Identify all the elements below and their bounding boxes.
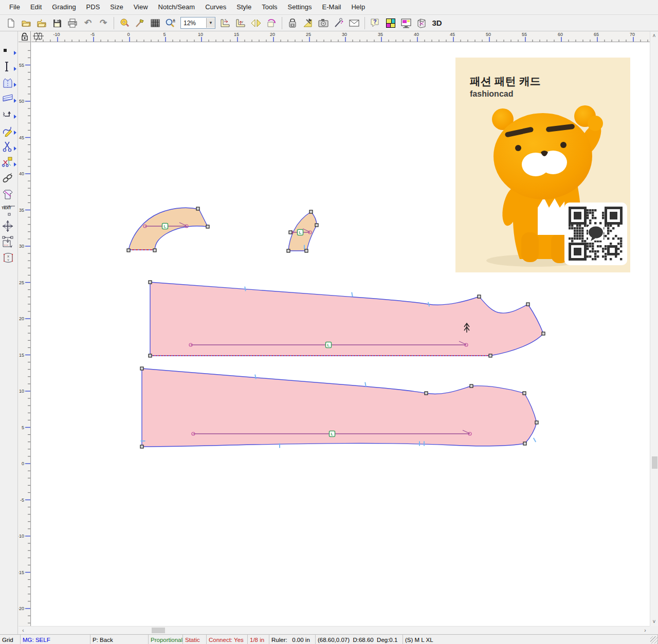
tape-measure-button[interactable] xyxy=(117,15,132,30)
zoom-tool-button[interactable]: ± xyxy=(163,15,178,30)
piece-handle[interactable] xyxy=(149,281,152,284)
cut-piece-tool[interactable] xyxy=(0,154,17,170)
piece-handle[interactable] xyxy=(149,354,152,357)
menu-notch-seam[interactable]: Notch/Seam xyxy=(153,0,200,14)
piece-handle[interactable] xyxy=(470,384,473,388)
piece-handle[interactable] xyxy=(287,249,290,252)
snapshot-camera-button[interactable] xyxy=(316,15,331,30)
measure-width-tool[interactable] xyxy=(0,234,17,250)
scissors-tool[interactable] xyxy=(0,138,17,154)
help-button[interactable]: ? xyxy=(368,15,383,30)
piece-handle[interactable] xyxy=(289,231,292,234)
corner-tool[interactable] xyxy=(0,106,17,122)
menu-edit[interactable]: Edit xyxy=(25,0,47,14)
svg-text:70: 70 xyxy=(630,32,635,37)
table-grid-icon xyxy=(150,18,160,28)
walk-piece-button[interactable] xyxy=(414,15,429,30)
open-file-button[interactable] xyxy=(19,15,34,30)
menu-e-mail[interactable]: E-Mail xyxy=(317,0,346,14)
xy-box-tool[interactable]: XY xyxy=(0,250,17,266)
email-button[interactable] xyxy=(346,15,362,30)
piece-handle[interactable] xyxy=(489,354,492,357)
scroll-up-arrow[interactable]: ˄ xyxy=(650,32,658,40)
piece-handle[interactable] xyxy=(526,303,529,306)
redo-button[interactable]: ↷ xyxy=(96,15,111,30)
piece-handle[interactable] xyxy=(425,392,428,395)
scroll-left-arrow[interactable]: ‹ xyxy=(20,627,27,634)
svg-text:5: 5 xyxy=(163,32,166,37)
piece-handle[interactable] xyxy=(140,445,143,448)
pattern-piece-tool[interactable] xyxy=(0,75,17,90)
svg-text:45: 45 xyxy=(19,135,24,140)
menu-pds[interactable]: PDS xyxy=(81,0,105,14)
pattern-piece-waistband-right[interactable]: L xyxy=(287,210,318,252)
piece-handle[interactable] xyxy=(523,442,526,445)
piece-outline[interactable] xyxy=(129,208,208,250)
menu-style[interactable]: Style xyxy=(231,0,257,14)
menu-file[interactable]: File xyxy=(4,0,25,14)
piece-handle[interactable] xyxy=(523,392,526,395)
grade-lock-button[interactable] xyxy=(285,15,300,30)
scroll-down-arrow[interactable]: ˅ xyxy=(650,618,658,625)
piece-outline[interactable] xyxy=(142,369,537,447)
menu-settings[interactable]: Settings xyxy=(283,0,317,14)
menu-size[interactable]: Size xyxy=(105,0,128,14)
menu-view[interactable]: View xyxy=(129,0,153,14)
piece-handle[interactable] xyxy=(535,421,538,424)
flyout-arrow-icon xyxy=(14,146,16,151)
new-document-button[interactable] xyxy=(3,15,19,30)
menu-curves[interactable]: Curves xyxy=(200,0,231,14)
scroll-right-arrow[interactable]: › xyxy=(642,627,649,634)
zoom-level-combobox[interactable]: 12% ▼ xyxy=(180,17,215,29)
piece-handle[interactable] xyxy=(206,225,209,228)
vertical-scroll-thumb[interactable] xyxy=(652,456,657,469)
menu-grading[interactable]: Grading xyxy=(47,0,81,14)
horizontal-scrollbar[interactable]: ‹ › xyxy=(19,626,650,634)
screen-preview-button[interactable] xyxy=(398,15,414,30)
piece-handle[interactable] xyxy=(153,249,156,252)
page-setup-icon[interactable] xyxy=(32,32,45,41)
rotate-piece-button[interactable] xyxy=(264,15,279,30)
piece-handle[interactable] xyxy=(140,367,143,370)
pattern-piece-pant-back[interactable]: L xyxy=(140,367,538,448)
import-pattern-button[interactable] xyxy=(34,15,49,30)
point-select-tool[interactable] xyxy=(0,43,17,59)
grade-table-button[interactable] xyxy=(148,15,163,30)
mirror-button[interactable] xyxy=(248,15,264,30)
pattern-piece-waistband-left[interactable]: L xyxy=(127,207,209,252)
move-tool[interactable] xyxy=(0,218,17,234)
3d-view-button[interactable]: 3D xyxy=(429,15,445,30)
point-select-icon xyxy=(2,45,13,57)
pick-tool-button[interactable] xyxy=(331,15,346,30)
piece-handle[interactable] xyxy=(127,249,130,252)
pattern-piece-pant-front[interactable]: L xyxy=(149,281,545,357)
draw-curve-tool[interactable] xyxy=(0,122,17,138)
piece-handle[interactable] xyxy=(196,207,199,210)
menu-tools[interactable]: Tools xyxy=(257,0,282,14)
layout-windows-button[interactable] xyxy=(383,15,398,30)
piece-handle[interactable] xyxy=(315,224,318,227)
text-tool[interactable]: TEXT xyxy=(0,202,17,218)
resize-grip[interactable] xyxy=(650,636,657,643)
undo-button[interactable]: ↶ xyxy=(80,15,96,30)
adjust-hammer-button[interactable] xyxy=(132,15,148,30)
menu-help[interactable]: Help xyxy=(346,0,370,14)
join-links-tool[interactable] xyxy=(0,170,17,186)
piece-handle[interactable] xyxy=(542,332,545,335)
pattern-canvas[interactable]: LLLL 패션 패턴 캐드 fashioncad xyxy=(31,42,650,626)
piece-handle[interactable] xyxy=(478,295,481,298)
piece-handle[interactable] xyxy=(309,210,313,213)
line-tool[interactable] xyxy=(0,59,17,75)
zoom-dropdown-button[interactable]: ▼ xyxy=(206,18,215,28)
vertical-scrollbar[interactable]: ˄ ˅ xyxy=(650,31,658,626)
scrollbar-corner xyxy=(650,626,658,634)
save-button[interactable] xyxy=(49,15,65,30)
align-x-button[interactable]: x xyxy=(217,15,233,30)
horizontal-scroll-thumb[interactable] xyxy=(152,628,165,633)
garment-check-tool[interactable] xyxy=(0,186,17,202)
tools-setsquare-button[interactable] xyxy=(300,15,316,30)
dart-fan-tool[interactable] xyxy=(0,90,17,106)
align-y-button[interactable]: y xyxy=(233,15,248,30)
piece-handle[interactable] xyxy=(305,249,308,252)
print-button[interactable] xyxy=(65,15,80,30)
